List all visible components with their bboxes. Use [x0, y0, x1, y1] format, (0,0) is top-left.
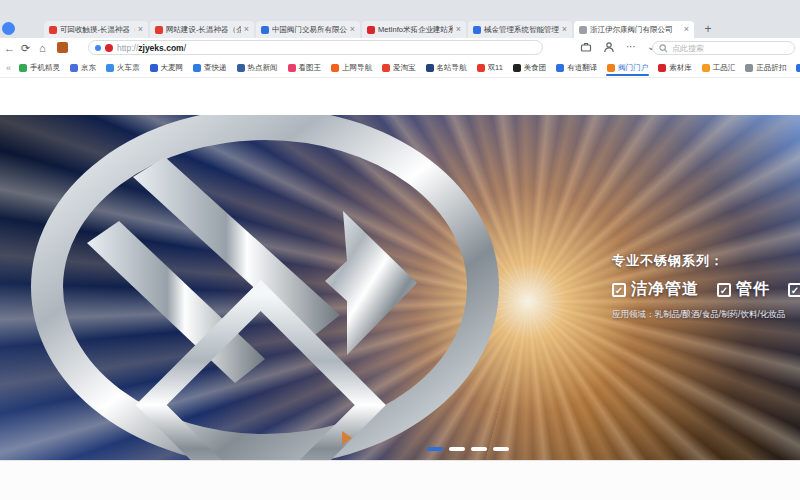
hero-feature: ✓ 管件: [717, 279, 770, 300]
bookmark-favicon-icon: [513, 64, 521, 72]
tab-title: 可回收触摸-长温神器（企业门: [60, 25, 135, 35]
browser-tab[interactable]: 械金管理系统智能管理中心 ×: [468, 21, 572, 38]
page-next-section: [0, 460, 800, 500]
new-tab-button[interactable]: +: [700, 21, 716, 37]
browser-tab[interactable]: MetInfo米拓企业建站系统 ×: [362, 21, 466, 38]
bookmark-label: 爱淘宝: [393, 63, 416, 73]
tab-close-icon[interactable]: ×: [138, 25, 143, 34]
bookmark-favicon-icon: [607, 64, 615, 72]
tab-favicon-icon: [473, 26, 481, 34]
browser-tab[interactable]: 网站建设-长温神器（企业门户 ×: [150, 21, 254, 38]
bookmark-favicon-icon: [331, 64, 339, 72]
bookmark-item[interactable]: 京东: [65, 61, 101, 75]
tab-favicon-icon: [261, 26, 269, 34]
carousel-indicator-dash[interactable]: [493, 447, 509, 451]
tab-favicon-icon: [49, 26, 57, 34]
bookmark-label: 工品汇: [713, 63, 736, 73]
tab-close-icon[interactable]: ×: [684, 25, 689, 34]
carousel-indicator-dash[interactable]: [471, 447, 487, 451]
bookmark-favicon-icon: [796, 64, 800, 72]
bookmark-label: 阀门门户: [618, 63, 648, 73]
bookmark-item[interactable]: 阀门门户: [602, 61, 653, 75]
bookmark-label: 名站导航: [437, 63, 467, 73]
bookmark-label: 美食团: [524, 63, 547, 73]
briefcase-icon[interactable]: [580, 41, 592, 53]
bookmark-item[interactable]: 爱淘宝: [377, 61, 421, 75]
bookmark-favicon-icon: [382, 64, 390, 72]
bookmark-favicon-icon: [556, 64, 564, 72]
url-text: http://zjyeks.com/: [117, 43, 186, 53]
bookmark-item[interactable]: 双11: [472, 61, 508, 75]
tab-close-icon[interactable]: ×: [456, 25, 461, 34]
carousel-indicator-dash[interactable]: [427, 447, 443, 451]
bookmark-label: 手机精灵: [30, 63, 60, 73]
browser-profile-icon[interactable]: [2, 22, 15, 35]
hero-copy: 专业不锈钢系列： ✓ 洁净管道 ✓ 管件 ✓ 阀门: [612, 252, 800, 321]
apps-icon[interactable]: [57, 42, 68, 53]
bookmark-label: 热点新闻: [248, 63, 278, 73]
checkbox-checked-icon: ✓: [612, 283, 626, 297]
bookmarks-chevron-icon[interactable]: «: [3, 63, 14, 73]
tab-close-icon[interactable]: ×: [350, 25, 355, 34]
bookmark-item[interactable]: 工品汇: [697, 61, 741, 75]
carousel-indicators: [427, 447, 509, 451]
bookmark-item[interactable]: 手机精灵: [14, 61, 65, 75]
tab-close-icon[interactable]: ×: [562, 25, 567, 34]
bookmark-item[interactable]: 查快递: [188, 61, 232, 75]
hero-feature: ✓ 洁净管道: [612, 279, 699, 300]
bookmark-label: 上网导航: [342, 63, 372, 73]
bookmark-favicon-icon: [150, 64, 158, 72]
bookmark-label: 查快递: [204, 63, 227, 73]
bookmark-item[interactable]: 名站导航: [421, 61, 472, 75]
banner-arrow-shape: [342, 431, 352, 445]
refresh-icon[interactable]: ⟳: [21, 39, 30, 57]
bookmark-item[interactable]: 热点新闻: [232, 61, 283, 75]
bookmark-label: 看图王: [299, 63, 322, 73]
bookmark-item[interactable]: 火车票: [101, 61, 145, 75]
browser-tab[interactable]: 可回收触摸-长温神器（企业门 ×: [44, 21, 148, 38]
back-icon[interactable]: ←: [4, 39, 15, 57]
tab-title: 浙江伊尔康阀门有限公司: [590, 25, 681, 35]
site-favicon-icon: [105, 44, 113, 52]
search-input[interactable]: [672, 44, 772, 53]
bookmark-favicon-icon: [702, 64, 710, 72]
bookmark-favicon-icon: [106, 64, 114, 72]
bookmark-item[interactable]: 有道翻译: [551, 61, 602, 75]
home-icon[interactable]: ⌂: [39, 39, 46, 57]
bookmark-item[interactable]: 大麦网: [145, 61, 189, 75]
bookmark-item[interactable]: 美食团: [508, 61, 552, 75]
bookmark-item[interactable]: 看图王: [283, 61, 327, 75]
hero-feature: ✓ 阀门: [788, 279, 800, 300]
hero-feature-list: ✓ 洁净管道 ✓ 管件 ✓ 阀门: [612, 279, 800, 300]
bookmark-item[interactable]: 正品折扣: [740, 61, 791, 75]
bookmark-list: 手机精灵 京东 火车票 大麦网: [14, 61, 800, 75]
address-bar[interactable]: http://zjyeks.com/: [88, 40, 543, 55]
bookmarks-bar: « 手机精灵 京东 火车票 大: [0, 58, 800, 78]
bookmark-favicon-icon: [193, 64, 201, 72]
bookmark-label: 火车票: [117, 63, 140, 73]
browser-tab[interactable]: 中国阀门交易所有限公司 ×: [256, 21, 360, 38]
browser-tab[interactable]: 浙江伊尔康阀门有限公司 ×: [574, 21, 694, 38]
hero-feature-label: 洁净管道: [631, 279, 699, 300]
toolbar-search[interactable]: [652, 41, 795, 55]
extension-dot-icon: [95, 45, 101, 51]
tab-favicon-icon: [155, 26, 163, 34]
bookmark-favicon-icon: [658, 64, 666, 72]
tab-title: MetInfo米拓企业建站系统: [378, 25, 453, 35]
bookmark-item[interactable]: 手机版: [791, 61, 800, 75]
carousel-indicator-dash[interactable]: [449, 447, 465, 451]
tab-close-icon[interactable]: ×: [244, 25, 249, 34]
url-scheme: http://: [117, 43, 138, 53]
bookmark-label: 京东: [81, 63, 96, 73]
url-host: zjyeks.com: [138, 43, 183, 53]
more-icon[interactable]: ⋯: [626, 41, 636, 53]
tab-bar: 可回收触摸-长温神器（企业门 × 网站建设-长温神器（企业门户 × 中国阀门交易…: [0, 0, 800, 38]
user-icon[interactable]: [603, 41, 615, 53]
hero-banner: 专业不锈钢系列： ✓ 洁净管道 ✓ 管件 ✓ 阀门: [0, 115, 800, 460]
toolbar-right-icons: ⋯ ⌄: [580, 41, 655, 53]
bookmark-item[interactable]: 上网导航: [326, 61, 377, 75]
tab-favicon-icon: [579, 26, 587, 34]
tab-strip: 可回收触摸-长温神器（企业门 × 网站建设-长温神器（企业门户 × 中国阀门交易…: [44, 21, 694, 38]
bookmark-item[interactable]: 素材库: [653, 61, 697, 75]
metal-emblem-graphic: [25, 115, 510, 460]
